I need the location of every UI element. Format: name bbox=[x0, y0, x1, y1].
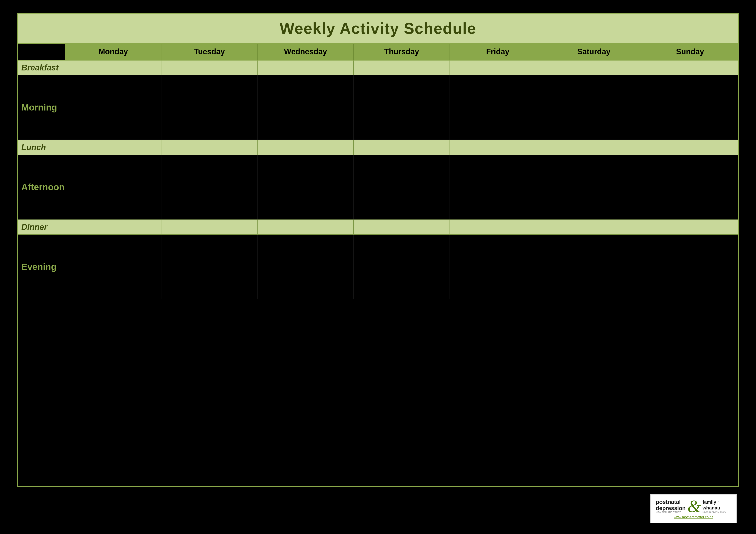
evening-sat[interactable] bbox=[546, 235, 642, 299]
header-friday: Friday bbox=[450, 44, 546, 60]
breakfast-mon[interactable] bbox=[65, 61, 161, 75]
afternoon-fri[interactable] bbox=[450, 155, 546, 219]
dinner-wed[interactable] bbox=[257, 220, 354, 234]
header-tuesday: Tuesday bbox=[161, 44, 257, 60]
morning-thu[interactable] bbox=[354, 75, 450, 140]
lunch-thu[interactable] bbox=[354, 140, 450, 155]
lunch-mon[interactable] bbox=[65, 140, 161, 155]
breakfast-wed[interactable] bbox=[257, 61, 354, 75]
header-sunday: Sunday bbox=[642, 44, 738, 60]
dinner-sun[interactable] bbox=[642, 220, 738, 234]
logo-family: family · whanau bbox=[703, 499, 731, 511]
page-title: Weekly Activity Schedule bbox=[20, 20, 736, 37]
evening-tue[interactable] bbox=[161, 235, 257, 299]
evening-mon[interactable] bbox=[65, 235, 161, 299]
lunch-tue[interactable] bbox=[161, 140, 257, 155]
afternoon-sun[interactable] bbox=[642, 155, 738, 219]
header-row: Monday Tuesday Wednesday Thursday Friday… bbox=[18, 44, 738, 60]
evening-sun[interactable] bbox=[642, 235, 738, 299]
dinner-row: Dinner bbox=[18, 219, 738, 235]
logo-ampersand: & bbox=[688, 498, 701, 514]
breakfast-label: Breakfast bbox=[18, 61, 65, 75]
evening-wed[interactable] bbox=[257, 235, 354, 299]
afternoon-mon[interactable] bbox=[65, 155, 161, 219]
morning-fri[interactable] bbox=[450, 75, 546, 140]
breakfast-thu[interactable] bbox=[354, 61, 450, 75]
evening-thu[interactable] bbox=[354, 235, 450, 299]
breakfast-row: Breakfast bbox=[18, 60, 738, 75]
morning-tue[interactable] bbox=[161, 75, 257, 140]
logo-depression: depression bbox=[656, 505, 686, 511]
lunch-label: Lunch bbox=[18, 140, 65, 155]
logo-url: www.mothersmatter.co.nz bbox=[674, 515, 713, 519]
dinner-thu[interactable] bbox=[354, 220, 450, 234]
dinner-label: Dinner bbox=[18, 220, 65, 234]
afternoon-label: Afternoon bbox=[18, 155, 65, 219]
morning-sat[interactable] bbox=[546, 75, 642, 140]
logo-nzt: NEW ZEALAND TRUST bbox=[656, 511, 686, 514]
logo-trust: NEW ZEALAND TRUST bbox=[703, 511, 731, 513]
header-thursday: Thursday bbox=[354, 44, 450, 60]
lunch-row: Lunch bbox=[18, 140, 738, 155]
morning-label: Morning bbox=[18, 75, 65, 140]
afternoon-row: Afternoon bbox=[18, 155, 738, 219]
schedule-table: Weekly Activity Schedule Monday Tuesday … bbox=[17, 13, 739, 487]
lunch-wed[interactable] bbox=[257, 140, 354, 155]
afternoon-tue[interactable] bbox=[161, 155, 257, 219]
header-wednesday: Wednesday bbox=[257, 44, 354, 60]
header-monday: Monday bbox=[65, 44, 161, 60]
morning-row: Morning bbox=[18, 75, 738, 140]
logo-left: postnatal depression NEW ZEALAND TRUST bbox=[656, 499, 686, 514]
breakfast-sat[interactable] bbox=[546, 61, 642, 75]
logo-postnatal: postnatal bbox=[656, 499, 686, 505]
evening-fri[interactable] bbox=[450, 235, 546, 299]
lunch-sun[interactable] bbox=[642, 140, 738, 155]
dinner-mon[interactable] bbox=[65, 220, 161, 234]
header-saturday: Saturday bbox=[546, 44, 642, 60]
breakfast-sun[interactable] bbox=[642, 61, 738, 75]
logo-right: family · whanau NEW ZEALAND TRUST bbox=[703, 499, 731, 513]
logo-container: postnatal depression NEW ZEALAND TRUST &… bbox=[650, 495, 737, 523]
dinner-fri[interactable] bbox=[450, 220, 546, 234]
dinner-tue[interactable] bbox=[161, 220, 257, 234]
dinner-sat[interactable] bbox=[546, 220, 642, 234]
afternoon-sat[interactable] bbox=[546, 155, 642, 219]
evening-label: Evening bbox=[18, 235, 65, 299]
breakfast-fri[interactable] bbox=[450, 61, 546, 75]
morning-mon[interactable] bbox=[65, 75, 161, 140]
morning-wed[interactable] bbox=[257, 75, 354, 140]
morning-sun[interactable] bbox=[642, 75, 738, 140]
evening-row: Evening bbox=[18, 235, 738, 299]
afternoon-wed[interactable] bbox=[257, 155, 354, 219]
logo-inner: postnatal depression NEW ZEALAND TRUST &… bbox=[656, 498, 731, 514]
lunch-sat[interactable] bbox=[546, 140, 642, 155]
lunch-fri[interactable] bbox=[450, 140, 546, 155]
title-row: Weekly Activity Schedule bbox=[18, 13, 738, 44]
afternoon-thu[interactable] bbox=[354, 155, 450, 219]
breakfast-tue[interactable] bbox=[161, 61, 257, 75]
header-empty bbox=[18, 44, 65, 60]
